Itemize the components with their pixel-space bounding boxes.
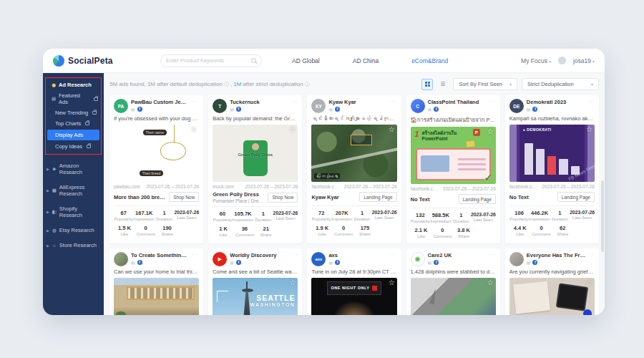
ad-creative[interactable]: Green Polly Dress ☆	[213, 125, 298, 182]
stat-label: Impression	[233, 218, 253, 222]
search-icon[interactable]	[251, 58, 256, 63]
favorite-star-icon[interactable]: ☆	[586, 126, 592, 133]
avatar[interactable]	[114, 252, 128, 266]
overlay-caption: Green Polly Dress	[238, 153, 273, 157]
search-input[interactable]: Enter Product Keywords	[160, 54, 262, 67]
ad-creative[interactable]: ☆	[411, 278, 496, 315]
favorite-star-icon[interactable]: ☆	[190, 279, 197, 286]
favorite-star-icon[interactable]: ☆	[586, 279, 592, 286]
more-menu-icon[interactable]: ···	[489, 99, 496, 104]
scrollbar[interactable]	[601, 180, 604, 252]
stat-value: 3.8 K	[453, 227, 474, 233]
advertiser-name[interactable]: To Create Something Exceptio...	[131, 252, 190, 258]
grid-view-button[interactable]	[421, 79, 433, 90]
ad-creative[interactable]: မြေတည်နေရာ ☆	[311, 125, 396, 182]
favorite-star-icon[interactable]: ☆	[389, 126, 395, 133]
avatar[interactable]: KY	[311, 99, 326, 113]
stat-last-seen: 2023-07-26Last Seen	[174, 210, 199, 221]
advertiser-name[interactable]: axs	[328, 252, 387, 258]
nav-ad-china[interactable]: AD China	[353, 57, 379, 64]
ad-creative[interactable]: 1 สร้างสไลด์งานใน PowerPoint P ✓ ☆	[411, 127, 496, 184]
sidebar-item-etsy-research[interactable]: ▶ ◍ Etsy Research	[43, 223, 104, 238]
favorite-star-icon[interactable]: ☆	[487, 128, 494, 135]
more-menu-icon[interactable]: ···	[390, 252, 397, 257]
domain-link[interactable]: facebook.com/1Q...	[311, 184, 341, 189]
more-menu-icon[interactable]: ···	[489, 252, 496, 257]
stat-comment: 0Comment	[333, 225, 354, 236]
nav-ad-global[interactable]: AD Global	[292, 57, 320, 64]
advertiser-name[interactable]: Care2 UK	[428, 252, 487, 258]
more-menu-icon[interactable]: ···	[192, 252, 199, 257]
shop-now-button[interactable]: Shop Now	[169, 192, 199, 202]
landing-page-button[interactable]: Landing Page	[359, 192, 396, 202]
ad-creative[interactable]: SEATTLE WASHINGTON ☆	[213, 278, 298, 315]
list-view-button[interactable]: ≣	[437, 79, 449, 90]
more-menu-icon[interactable]: ···	[291, 252, 298, 257]
avatar[interactable]: axs	[311, 252, 326, 266]
shop-now-button[interactable]: Shop Now	[268, 193, 298, 203]
product-title: No Text	[411, 196, 430, 203]
logo[interactable]: SocialPeta	[53, 55, 160, 67]
stat-label: Comment	[333, 232, 354, 236]
sidebar-item-shopify-research[interactable]: ▶ ◧ Shopify Research	[43, 201, 104, 223]
stage-glow	[333, 301, 376, 315]
ad-creative[interactable]: ☆	[509, 278, 595, 315]
sidebar-item-store-research[interactable]: ▶ ⌂ Store Research	[43, 238, 104, 253]
more-menu-icon[interactable]: ···	[390, 99, 397, 104]
more-menu-icon[interactable]: ···	[192, 99, 199, 104]
domain-link[interactable]: tnuck.com	[213, 184, 234, 189]
sidebar-item-copy-ideas[interactable]: Copy Ideas	[46, 141, 101, 152]
sidebar-item-amazon-research[interactable]: ▶ ◈ Amazon Research	[43, 158, 104, 180]
more-menu-icon[interactable]: ···	[587, 252, 595, 257]
sort-dropdown[interactable]: Sort By First Seen ▾	[453, 78, 517, 90]
domain-link[interactable]: pawbau.com	[114, 184, 140, 189]
my-focus-menu[interactable]: My Focus▾	[521, 57, 551, 64]
advertiser-name[interactable]: Demokrati 2023	[527, 99, 585, 105]
domain-link[interactable]: facebook.com/11...	[411, 186, 440, 191]
avatar[interactable]: ▶	[213, 252, 227, 266]
avatar[interactable]: PA	[114, 99, 128, 113]
more-menu-icon[interactable]: ···	[587, 99, 595, 104]
advertiser-name[interactable]: Tuckernuck	[230, 99, 288, 105]
avatar[interactable]: C	[411, 99, 425, 113]
sidebar-item-display-ads[interactable]: Display Ads	[47, 130, 99, 140]
ad-creative[interactable]: ☆	[114, 278, 199, 315]
info-icon[interactable]: ⓘ	[305, 81, 310, 88]
more-menu-icon[interactable]: ···	[291, 99, 298, 104]
ad-creative[interactable]: ● DEMOKRATI FB News Feed ☆	[509, 125, 595, 182]
advertiser-name[interactable]: Everyone Has The Freedom To...	[527, 252, 585, 258]
product-title: Green Polly Dress	[213, 191, 265, 198]
landing-page-button[interactable]: Landing Page	[557, 192, 595, 202]
red-logo-square	[372, 286, 377, 291]
lock-icon	[92, 111, 97, 115]
info-icon[interactable]: ⓘ	[224, 81, 229, 88]
advertiser-name[interactable]: Kyaw Kyar	[328, 99, 387, 105]
ad-creative[interactable]: ONE NIGHT ONLY ☆	[311, 278, 396, 315]
favorite-star-icon[interactable]: ☆	[190, 126, 197, 133]
favorite-star-icon[interactable]: ☆	[487, 279, 494, 286]
user-avatar[interactable]	[558, 57, 566, 64]
domain-link[interactable]: facebook.com/10...	[509, 184, 539, 189]
favorite-star-icon[interactable]: ☆	[289, 279, 296, 286]
sidebar-item-featured-ads[interactable]: ▤ Featured Ads	[46, 90, 101, 107]
avatar[interactable]: T	[213, 99, 227, 113]
avatar[interactable]: DE	[509, 99, 524, 113]
landing-page-button[interactable]: Landing Page	[459, 194, 496, 204]
dedup-dropdown[interactable]: Strict Deduplication ▾	[522, 78, 599, 90]
sidebar-item-new-trending[interactable]: New Trending	[46, 107, 101, 118]
stat-value: 60	[213, 211, 233, 217]
sidebar-item-aliexpress-research[interactable]: ▶ ▦ AliExpress Research	[43, 180, 104, 201]
advertiser-name[interactable]: ClassPoint Thailand	[428, 99, 487, 105]
favorite-star-icon[interactable]: ☆	[289, 126, 296, 133]
nav-ecom-brand[interactable]: eCom&Brand	[411, 57, 448, 64]
avatar[interactable]	[509, 252, 524, 266]
user-menu[interactable]: josa19▾	[573, 57, 595, 64]
favorite-star-icon[interactable]: ☆	[389, 279, 395, 286]
media-type-icon: ▤	[428, 107, 432, 112]
advertiser-name[interactable]: PawBau Custom Jewelry	[131, 99, 190, 105]
sidebar-item-top-charts[interactable]: Top Charts	[46, 118, 101, 129]
sidebar-item-ad-research[interactable]: ◉ Ad Research	[46, 79, 101, 90]
avatar[interactable]: ❀	[411, 252, 425, 266]
ad-creative[interactable]: Their name Their breed FB News Feed ☆	[114, 125, 199, 182]
advertiser-name[interactable]: Worldly Discovery	[230, 252, 288, 258]
